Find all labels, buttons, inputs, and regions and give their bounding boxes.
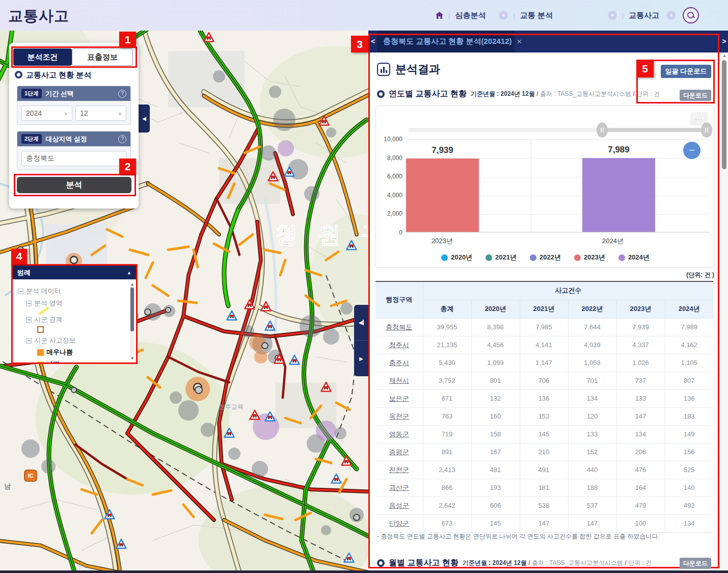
legend-title: 범례: [17, 268, 31, 277]
month-select[interactable]: 12∨: [75, 106, 126, 121]
tab-next-button[interactable]: >: [722, 37, 726, 45]
analyze-button[interactable]: 분석: [17, 177, 131, 193]
chevron-down-icon[interactable]: ▼: [608, 11, 617, 20]
legend-scroll-thumb[interactable]: [130, 288, 134, 331]
bar-2023[interactable]: 7,939: [406, 159, 479, 232]
zoom-out-button[interactable]: −: [683, 142, 700, 159]
slider-handle-right[interactable]: [701, 122, 712, 138]
help-icon[interactable]: ?: [118, 135, 126, 143]
value-cell: 2,642: [423, 497, 471, 514]
help-icon[interactable]: ?: [118, 90, 126, 98]
breadcrumb-item-deep-analysis[interactable]: 심층분석: [455, 11, 486, 20]
value-cell: 719: [423, 425, 471, 443]
region-input[interactable]: 충청북도: [21, 151, 126, 166]
radio-icon: [377, 90, 385, 98]
value-cell: 183: [665, 407, 713, 425]
step2-section: 2단계 대상지역 설정 ? 충청북도: [17, 131, 131, 170]
close-icon[interactable]: ×: [517, 37, 522, 47]
chevron-down-icon[interactable]: ▼: [499, 11, 508, 20]
download-button-monthly[interactable]: 다운로드: [680, 558, 711, 569]
region-link[interactable]: 제천시: [389, 377, 409, 384]
collapse-up-icon[interactable]: ▲: [127, 270, 131, 275]
year-select[interactable]: 2024∨: [21, 106, 72, 121]
region-link[interactable]: 영동군: [389, 430, 409, 438]
panel-skip-collapse-button[interactable]: ◀: [354, 305, 368, 341]
region-link[interactable]: 단양군: [389, 519, 409, 527]
scroll-up-icon[interactable]: ▲: [130, 282, 134, 286]
panel-expand-button[interactable]: ▶: [354, 341, 368, 376]
batch-download-button[interactable]: 일괄 다운로드: [661, 65, 711, 78]
tree-collapse-icon[interactable]: [26, 338, 32, 344]
value-cell: 706: [520, 372, 568, 389]
region-link[interactable]: 진천군: [389, 466, 409, 474]
home-icon[interactable]: [436, 12, 443, 19]
region-link[interactable]: 청주시: [389, 341, 409, 349]
panel-collapse-button[interactable]: ◀: [139, 105, 150, 133]
value-cell: 1,053: [568, 354, 616, 372]
step1-badge: 1단계: [21, 89, 42, 98]
breadcrumb-item-traffic-analysis[interactable]: 교통 분석: [520, 11, 553, 20]
value-cell: 206: [616, 443, 665, 461]
value-cell: 134: [665, 514, 713, 532]
scroll-up-icon[interactable]: ▲: [721, 53, 728, 59]
region-link[interactable]: 옥천군: [389, 412, 409, 420]
region-link[interactable]: 보은군: [389, 395, 409, 402]
scroll-down-icon[interactable]: ▼: [130, 356, 134, 360]
legend-2024[interactable]: 2024년: [618, 253, 650, 262]
value-cell: 167: [471, 443, 520, 461]
tree-collapse-icon[interactable]: [18, 289, 23, 294]
value-cell: 2,413: [423, 461, 471, 479]
legend-header[interactable]: 범례 ▲: [13, 266, 136, 279]
chevron-down-icon[interactable]: ▼: [666, 11, 676, 20]
region-link[interactable]: 음성군: [389, 502, 409, 509]
annotation-3: 3: [351, 36, 368, 53]
search-button[interactable]: [683, 7, 699, 23]
col-header-region: 행정구역: [375, 281, 423, 318]
tree-collapse-icon[interactable]: [26, 317, 32, 323]
slider-handle-left[interactable]: [597, 122, 608, 138]
value-cell: 39,955: [423, 318, 471, 336]
region-link[interactable]: 충주시: [389, 359, 409, 367]
region-link[interactable]: 괴산군: [389, 484, 409, 491]
value-cell: 136: [665, 389, 713, 407]
tab-analysis-conditions[interactable]: 분석조건: [13, 48, 72, 66]
value-cell: 673: [423, 514, 471, 532]
legend-2021[interactable]: 2021년: [486, 253, 517, 262]
value-cell: 1,105: [665, 354, 713, 372]
legend-2022[interactable]: 2022년: [530, 253, 561, 262]
region-cell: 단양군: [375, 514, 423, 532]
legend-2020[interactable]: 2020년: [441, 253, 472, 262]
legend-2023[interactable]: 2023년: [574, 253, 605, 262]
analysis-type-label: 교통사고 현황 분석: [26, 70, 91, 80]
y-tick: 0: [379, 229, 402, 236]
tree-collapse-icon[interactable]: [26, 301, 32, 306]
tab-display-info[interactable]: 표출정보: [72, 48, 133, 66]
tab-prev-button[interactable]: <: [371, 37, 375, 45]
svg-text:IC: IC: [28, 473, 34, 479]
value-cell: 5,430: [423, 354, 471, 372]
value-cell: 147: [616, 407, 665, 425]
radio-icon[interactable]: [15, 71, 22, 79]
bar-2024[interactable]: 7,989: [582, 158, 655, 232]
map-label-cheongwon: 청 원 구: [275, 222, 368, 247]
result-tab[interactable]: 충청북도 교통사고 현황 분석(202412) ×: [377, 31, 515, 53]
download-button-yearly[interactable]: 다운로드: [680, 90, 711, 101]
value-cell: 133: [616, 389, 665, 407]
value-cell: 671: [423, 389, 471, 407]
value-cell: 4,337: [616, 336, 665, 354]
chart-plot-area: 7,939 7,989: [406, 139, 710, 232]
region-link[interactable]: 증평군: [389, 448, 409, 456]
value-cell: 145: [471, 514, 520, 532]
legend-scrollbar[interactable]: ▲ ▼: [130, 282, 134, 360]
result-scroll-thumb[interactable]: [722, 60, 726, 169]
legend-dot-2021: [486, 254, 492, 261]
value-cell: 160: [471, 407, 520, 425]
legend-item-analysis-data: 분석 데이터: [26, 287, 61, 296]
table-row: 증평군891167210152206156: [375, 443, 713, 461]
region-link[interactable]: 충청북도: [386, 323, 412, 331]
annotation-2: 2: [119, 159, 136, 174]
yearly-chart-card: ··· 10,000 8,000 6,000 4,000 2,000 0 7,9…: [375, 106, 714, 268]
breadcrumb-item-traffic-accident[interactable]: 교통사고: [629, 11, 659, 20]
value-cell: 152: [568, 443, 616, 461]
value-cell: 3,752: [423, 372, 471, 389]
